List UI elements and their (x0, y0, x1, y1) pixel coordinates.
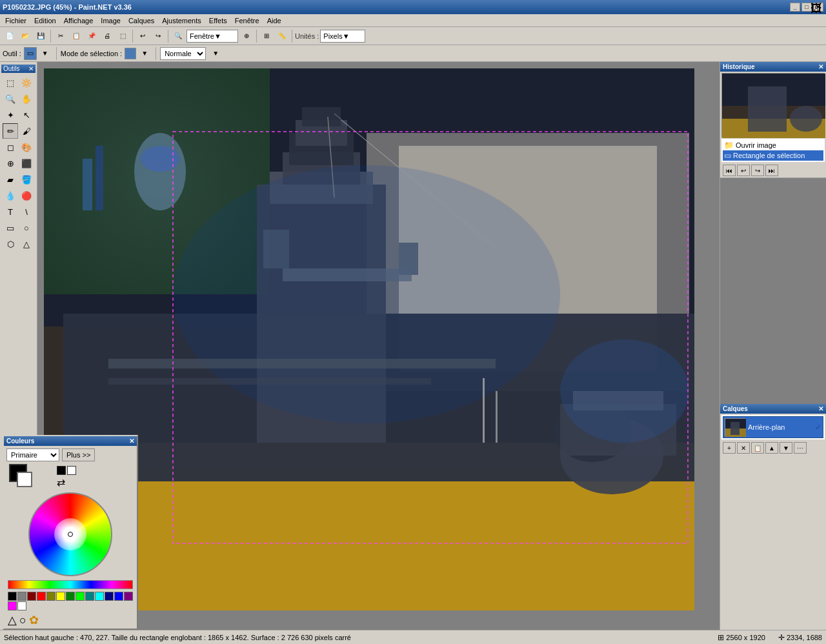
swatch-red[interactable] (37, 592, 46, 601)
hue-strip[interactable] (8, 580, 133, 589)
new-button[interactable]: 📄 (3, 29, 17, 43)
history-undo-button[interactable]: ↩ (737, 165, 750, 176)
layer-up-button[interactable]: ▲ (765, 442, 778, 454)
swatch-black[interactable] (8, 592, 17, 601)
blend-dropdown-btn[interactable]: ▼ (208, 46, 223, 61)
tray-icon[interactable]: 🖼 (811, 2, 822, 15)
tool-color-replace[interactable]: 🎨 (19, 139, 34, 155)
tool-eraser[interactable]: ◻ (3, 139, 18, 155)
blend-mode-select[interactable]: Normale Multiplier Écran (160, 47, 206, 60)
color-mode-select[interactable]: Primaire Secondaire (6, 448, 59, 461)
duplicate-layer-button[interactable]: 📋 (751, 442, 764, 454)
bg-swatch-small[interactable] (67, 466, 76, 475)
tool-options-btn[interactable]: ▼ (38, 46, 52, 61)
zoom-fit-button[interactable]: ⊕ (239, 29, 254, 43)
menu-fichier[interactable]: Fichier (1, 15, 30, 26)
color-triangle-icon[interactable]: △ (8, 613, 17, 627)
swatch-blue[interactable] (114, 592, 123, 601)
canvas-container[interactable] (37, 62, 720, 630)
copy-button[interactable]: 📋 (69, 29, 83, 43)
tool-eyedropper[interactable]: 💧 (3, 188, 18, 203)
units-dropdown[interactable]: Pixels ▼ (320, 30, 365, 43)
tool-rect-shape[interactable]: ▭ (3, 220, 18, 236)
menu-fenetre[interactable]: Fenêtre (231, 15, 263, 26)
tool-gradient[interactable]: ▰ (3, 172, 18, 187)
layers-panel-close[interactable]: ✕ (818, 405, 823, 412)
tool-brush[interactable]: 🖌 (19, 123, 34, 139)
print-button[interactable]: 🖨 (100, 29, 114, 43)
swatch-olive[interactable] (46, 592, 55, 601)
history-first-button[interactable]: ⏮ (723, 165, 736, 176)
menu-ajustements[interactable]: Ajustements (158, 15, 205, 26)
menu-calques[interactable]: Calques (125, 15, 158, 26)
history-last-button[interactable]: ⏭ (765, 165, 778, 176)
tool-ellipse-shape[interactable]: ○ (19, 220, 34, 236)
colors-panel-close[interactable]: ✕ (129, 438, 134, 445)
history-item-rect[interactable]: ▭ Rectangle de sélection (723, 150, 823, 161)
tool-freeform[interactable]: ⬡ (3, 236, 18, 252)
window-dropdown[interactable]: Fenêtre ▼ (186, 30, 238, 43)
swatch-purple[interactable] (124, 592, 133, 601)
menu-affichage[interactable]: Affichage (60, 15, 97, 26)
color-circle-icon[interactable]: ○ (19, 614, 26, 627)
swatch-cyan[interactable] (95, 592, 104, 601)
mode-icon[interactable] (125, 48, 136, 59)
tool-text[interactable]: T (3, 204, 18, 219)
delete-layer-button[interactable]: ✕ (737, 442, 750, 454)
colors-plus-button[interactable]: Plus >> (62, 448, 95, 461)
color-wheel[interactable] (28, 492, 112, 576)
fg-swatch-small[interactable] (57, 466, 66, 475)
grid-button[interactable]: ⊞ (259, 29, 274, 43)
tool-line[interactable]: \ (19, 204, 34, 219)
tool-stamp[interactable]: ⊕ (3, 156, 18, 171)
open-button[interactable]: 📂 (18, 29, 32, 43)
tools-panel-close[interactable]: ✕ (28, 65, 34, 72)
background-color[interactable] (17, 472, 32, 487)
tool-eyedropper2[interactable]: 🔴 (19, 188, 34, 203)
tool-fill[interactable]: 🪣 (19, 172, 34, 187)
menu-effets[interactable]: Effets (205, 15, 231, 26)
redo-button[interactable]: ↪ (151, 29, 165, 43)
tool-zoom[interactable]: 🔍 (3, 91, 18, 106)
tool-magic-wand[interactable]: ✦ (3, 107, 18, 123)
tool-move[interactable]: ↖ (19, 107, 34, 123)
menu-aide[interactable]: Aide (263, 15, 285, 26)
layer-item-background[interactable]: Arrière-plan ✓ (723, 416, 823, 438)
toolbar-btn-extra[interactable]: ⬚ (116, 29, 130, 43)
menu-edition[interactable]: Edition (30, 15, 60, 26)
layer-check-icon[interactable]: ✓ (815, 423, 821, 432)
ruler-button[interactable]: 📏 (275, 29, 289, 43)
zoom-out-button[interactable]: 🔍 (171, 29, 185, 43)
menu-image[interactable]: Image (97, 15, 125, 26)
swatch-green[interactable] (76, 592, 85, 601)
tool-pencil[interactable]: ✏ (3, 123, 18, 139)
swatch-gray[interactable] (17, 592, 26, 601)
cut-button[interactable]: ✂ (54, 29, 68, 43)
tool-rectangle-select[interactable]: ⬚ (3, 75, 18, 90)
swatch-navy[interactable] (105, 592, 114, 601)
tool-lasso[interactable]: 🔆 (19, 75, 34, 90)
tool-freeform2[interactable]: △ (19, 236, 34, 252)
canvas-area[interactable] (37, 62, 720, 630)
swatch-magenta[interactable] (8, 601, 17, 610)
foreground-color[interactable] (9, 464, 27, 482)
paste-button[interactable]: 📌 (85, 29, 99, 43)
swap-colors-icon[interactable]: ⇄ (57, 476, 65, 488)
swatch-teal[interactable] (85, 592, 94, 601)
swatch-darkred[interactable] (27, 592, 36, 601)
color-flower-icon[interactable]: ✿ (29, 613, 39, 627)
minimize-button[interactable]: _ (790, 3, 800, 12)
tool-pan[interactable]: ✋ (19, 91, 34, 106)
mode-dropdown-btn[interactable]: ▼ (137, 46, 152, 61)
save-button[interactable]: 💾 (34, 29, 48, 43)
swatch-darkgreen[interactable] (66, 592, 75, 601)
undo-button[interactable]: ↩ (136, 29, 150, 43)
current-tool-icon[interactable]: ▭ (24, 47, 37, 60)
layer-down-button[interactable]: ▼ (780, 442, 792, 454)
swatch-white[interactable] (17, 601, 26, 610)
swatch-yellow[interactable] (56, 592, 65, 601)
history-item-open[interactable]: 📁 Ouvrir image (723, 140, 823, 150)
add-layer-button[interactable]: + (723, 442, 736, 454)
layer-props-button[interactable]: ⋯ (794, 442, 807, 454)
tool-recolor[interactable]: ⬛ (19, 156, 34, 171)
